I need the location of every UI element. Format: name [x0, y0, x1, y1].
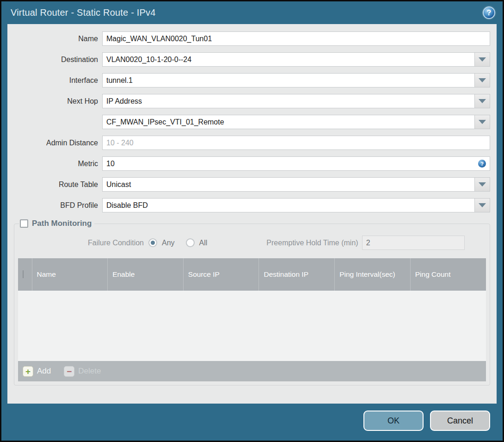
form-row-route-table: Route Table — [7, 177, 490, 192]
chevron-down-icon — [479, 203, 486, 207]
plus-icon: + — [23, 366, 33, 377]
table-toolbar: + Add − Delete — [18, 361, 486, 381]
radio-any — [148, 238, 157, 247]
col-header-destination-ip: Destination IP — [259, 258, 335, 291]
form-row-metric: Metric ? — [7, 156, 490, 171]
preemptive-hold-time-input — [362, 236, 465, 250]
chevron-down-icon — [479, 120, 486, 124]
form-row-admin-distance: Admin Distance — [7, 136, 490, 150]
dialog-title: Virtual Router - Static Route - IPv4 — [11, 7, 483, 18]
form-row-next-hop: Next Hop — [7, 94, 490, 108]
route-table-input[interactable] — [102, 177, 475, 192]
path-monitoring-label: Path Monitoring — [32, 219, 92, 228]
bfd-profile-dropdown-button[interactable] — [475, 198, 490, 212]
admin-distance-input[interactable] — [102, 136, 490, 150]
route-table-dropdown-button[interactable] — [475, 177, 490, 192]
radio-all — [186, 238, 195, 247]
table-empty-body — [18, 291, 486, 361]
select-all-checkbox — [23, 270, 24, 279]
dialog-content: Name Destination Interface Next Hop — [7, 24, 497, 404]
interface-label: Interface — [7, 76, 102, 85]
form-row-interface: Interface — [7, 73, 490, 87]
destination-dropdown-button[interactable] — [475, 52, 490, 67]
interface-input[interactable] — [102, 73, 475, 87]
path-monitoring-controls: Failure Condition Any All Preemptive Hol… — [18, 236, 486, 250]
next-hop-label: Next Hop — [7, 97, 102, 106]
name-label: Name — [7, 35, 102, 43]
admin-distance-label: Admin Distance — [7, 139, 102, 147]
col-header-ping-interval: Ping Interval(sec) — [335, 258, 411, 291]
path-monitoring-legend: Path Monitoring — [19, 219, 94, 228]
form-row-bfd-profile: BFD Profile — [7, 198, 490, 212]
help-icon[interactable]: ? — [483, 6, 495, 19]
chevron-down-icon — [479, 78, 486, 82]
dialog-footer: OK Cancel — [1, 404, 503, 441]
metric-input[interactable] — [102, 156, 490, 171]
bfd-profile-label: BFD Profile — [7, 201, 102, 210]
failure-condition-all-option: All — [186, 238, 208, 247]
form-row-name: Name — [7, 31, 490, 46]
destination-input[interactable] — [102, 52, 475, 67]
static-route-dialog: Virtual Router - Static Route - IPv4 ? N… — [0, 0, 504, 442]
ok-button[interactable]: OK — [363, 411, 424, 431]
col-header-source-ip: Source IP — [183, 258, 259, 291]
next-hop-address-input[interactable] — [102, 115, 475, 129]
path-monitoring-checkbox[interactable] — [20, 219, 28, 228]
preemptive-hold-time-label: Preemptive Hold Time (min) — [266, 239, 358, 247]
form-row-next-hop-address — [7, 115, 490, 129]
next-hop-type-input[interactable] — [102, 94, 475, 108]
failure-condition-any-option: Any — [148, 238, 175, 247]
bfd-profile-input[interactable] — [102, 198, 475, 212]
name-input[interactable] — [102, 31, 490, 46]
form-row-destination: Destination — [7, 52, 490, 67]
col-header-ping-count: Ping Count — [410, 258, 486, 291]
minus-icon: − — [64, 366, 74, 377]
chevron-down-icon — [479, 57, 486, 62]
destination-label: Destination — [7, 56, 102, 64]
metric-label: Metric — [7, 160, 102, 168]
add-button-label: Add — [37, 367, 51, 376]
delete-button-label: Delete — [78, 367, 101, 376]
col-header-name: Name — [32, 258, 108, 291]
table-select-all-header — [18, 258, 32, 291]
chevron-down-icon — [479, 99, 486, 103]
metric-help-icon[interactable]: ? — [478, 160, 486, 168]
next-hop-type-dropdown-button[interactable] — [475, 94, 490, 108]
monitored-destinations-table: Name Enable Source IP Destination IP Pin… — [18, 258, 486, 291]
route-table-label: Route Table — [7, 181, 102, 189]
chevron-down-icon — [479, 182, 486, 187]
failure-condition-label: Failure Condition — [18, 239, 148, 247]
interface-dropdown-button[interactable] — [475, 73, 490, 87]
radio-all-label: All — [199, 239, 208, 247]
next-hop-address-dropdown-button[interactable] — [475, 115, 490, 129]
dialog-titlebar: Virtual Router - Static Route - IPv4 ? — [1, 1, 503, 24]
path-monitoring-group: Path Monitoring Failure Condition Any Al… — [14, 219, 490, 386]
radio-any-label: Any — [162, 239, 175, 247]
col-header-enable: Enable — [108, 258, 184, 291]
cancel-button[interactable]: Cancel — [430, 411, 490, 431]
add-button[interactable]: + Add — [23, 366, 51, 377]
delete-button: − Delete — [64, 366, 101, 377]
